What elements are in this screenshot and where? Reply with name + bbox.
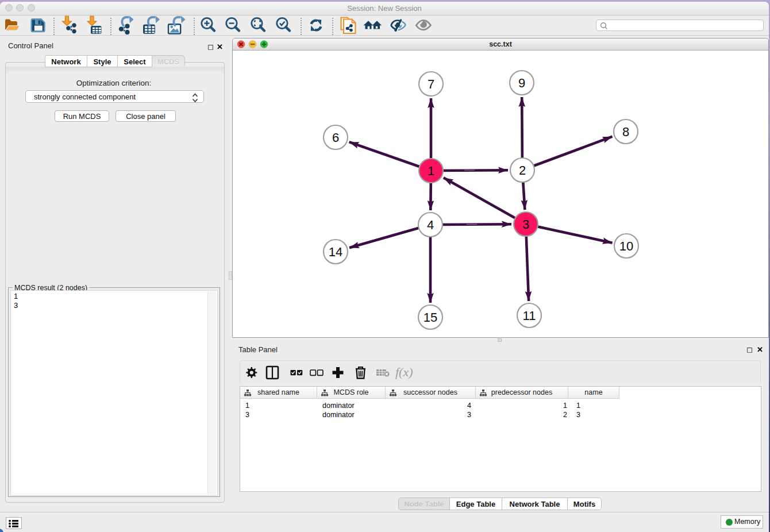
svg-text:9: 9	[518, 76, 525, 90]
svg-text:14: 14	[329, 245, 342, 259]
svg-text:4: 4	[427, 218, 434, 232]
svg-text:2: 2	[519, 163, 526, 178]
svg-text:6: 6	[332, 130, 339, 145]
svg-text:7: 7	[428, 77, 434, 91]
svg-text:15: 15	[424, 310, 437, 325]
svg-text:1: 1	[428, 164, 434, 178]
svg-text:3: 3	[522, 217, 529, 232]
svg-text:11: 11	[523, 309, 536, 323]
svg-text:f(x): f(x)	[395, 365, 413, 379]
svg-text:8: 8	[622, 125, 629, 139]
svg-text:10: 10	[619, 239, 633, 253]
